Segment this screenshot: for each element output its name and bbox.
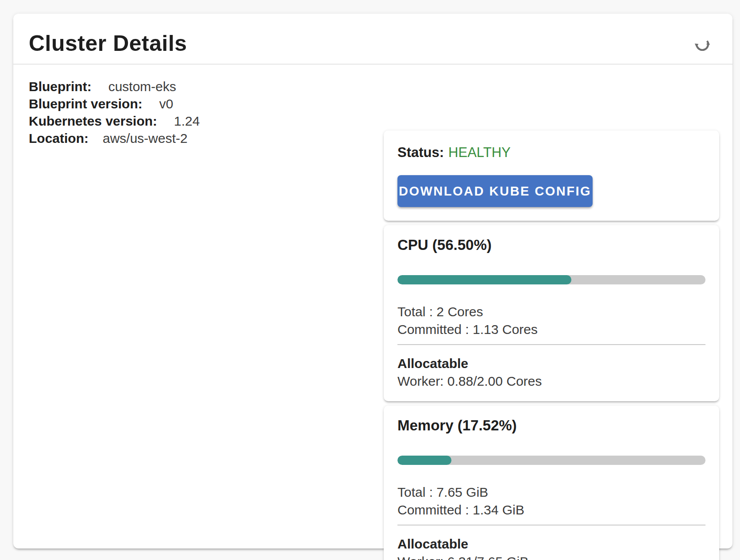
location-label: Location: [29, 131, 89, 146]
download-kube-config-button[interactable]: DOWNLOAD KUBE CONFIG [397, 175, 593, 207]
cpu-progress-fill [397, 275, 571, 284]
page-title: Cluster Details [29, 31, 732, 55]
cluster-details-card: Cluster Details Blueprint:custom-eks Blu… [13, 14, 732, 548]
memory-progress-track [397, 456, 705, 465]
divider [397, 344, 705, 345]
memory-allocatable-label: Allocatable [397, 535, 705, 553]
memory-total: Total : 7.65 GiB [397, 483, 705, 501]
location-value: aws/us-west-2 [103, 131, 188, 146]
memory-worker: Worker: 6.31/7.65 GiB [397, 553, 705, 560]
card-header: Cluster Details [13, 14, 732, 65]
cpu-title: CPU (56.50%) [397, 237, 705, 253]
detail-row-kubernetes-version: Kubernetes version:1.24 [29, 112, 732, 130]
cpu-total: Total : 2 Cores [397, 303, 705, 321]
kubernetes-version-value: 1.24 [174, 114, 200, 128]
right-column: Status:HEALTHY DOWNLOAD KUBE CONFIG CPU … [384, 130, 719, 560]
cpu-progress-track [397, 275, 705, 284]
refresh-button[interactable] [690, 32, 715, 57]
status-badge: HEALTHY [448, 145, 511, 160]
blueprint-version-label: Blueprint version: [29, 96, 143, 111]
memory-usage-card: Memory (17.52%) Total : 7.65 GiB Committ… [384, 406, 719, 560]
cpu-committed: Committed : 1.13 Cores [397, 321, 705, 338]
sync-icon [692, 34, 713, 56]
divider [397, 525, 705, 525]
cpu-worker: Worker: 0.88/2.00 Cores [397, 372, 705, 390]
blueprint-value: custom-eks [108, 79, 176, 94]
memory-title: Memory (17.52%) [397, 417, 705, 434]
cpu-usage-card: CPU (56.50%) Total : 2 Cores Committed :… [384, 225, 719, 401]
detail-row-blueprint: Blueprint:custom-eks [29, 78, 732, 95]
memory-allocatable: Allocatable Worker: 6.31/7.65 GiB [397, 535, 705, 560]
card-content: Blueprint:custom-eks Blueprint version:v… [13, 65, 732, 548]
memory-totals: Total : 7.65 GiB Committed : 1.34 GiB [397, 483, 705, 519]
blueprint-label: Blueprint: [29, 79, 92, 94]
cpu-allocatable: Allocatable Worker: 0.88/2.00 Cores [397, 355, 705, 390]
memory-progress-fill [397, 456, 451, 465]
blueprint-version-value: v0 [159, 96, 173, 111]
detail-row-blueprint-version: Blueprint version:v0 [29, 95, 732, 112]
memory-committed: Committed : 1.34 GiB [397, 501, 705, 519]
kubernetes-version-label: Kubernetes version: [29, 114, 157, 128]
cpu-totals: Total : 2 Cores Committed : 1.13 Cores [397, 303, 705, 338]
cpu-allocatable-label: Allocatable [397, 355, 705, 372]
status-panel: Status:HEALTHY DOWNLOAD KUBE CONFIG [384, 130, 719, 221]
status-label: Status: [397, 145, 444, 160]
status-line: Status:HEALTHY [397, 144, 705, 161]
